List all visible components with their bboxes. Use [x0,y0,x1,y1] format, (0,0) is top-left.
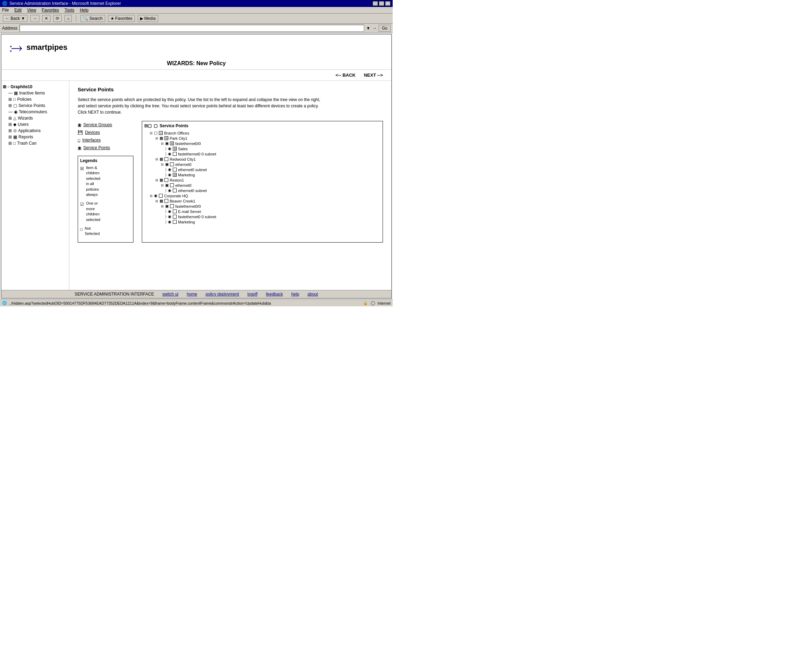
dropdown-icon[interactable]: ▼ [366,26,371,31]
sidebar-item-inactive[interactable]: — ▩ Inactive Items [3,90,67,96]
corp-chk[interactable] [159,194,163,197]
tree-marketing-rc[interactable]: 〉 ◉ ☒ Marketing [144,172,380,177]
go-arrow-icon[interactable]: → [372,26,377,31]
eth0-sub-reston-chk[interactable] [173,189,177,193]
tree-fast-eth-bc[interactable]: ⊟ ▣ fastethernet0/0 [144,204,380,209]
search-button[interactable]: 🔍 Search [80,15,105,22]
pc-expand-icon[interactable]: ⊟ [155,136,158,140]
sidebar-root[interactable]: ⊞ ▫ Graphite10 [3,84,67,90]
menu-edit[interactable]: Edit [14,8,22,13]
eth0-sub-chk[interactable] [173,168,177,171]
status-policy-deployment[interactable]: policy deployment [206,292,239,297]
tree-corporate-hq[interactable]: ⊟ ◉ Corporate HQ [144,193,380,198]
menu-file[interactable]: File [2,8,9,13]
address-input[interactable] [20,25,364,32]
tree-park-city1[interactable]: ⊟ ▩ ☒ Park City1 [144,136,380,141]
maximize-button[interactable]: □ [379,1,384,6]
menu-favorites[interactable]: Favorites [42,8,59,13]
tree-reston1[interactable]: ⊟ ▩ Reston1 [144,177,380,183]
browser-icon: 🌐 [2,1,7,6]
browser-status-icon: 🌐 [2,301,7,305]
minimize-button[interactable]: ─ [372,1,378,6]
next-nav-button[interactable]: NEXT --> [364,72,383,78]
status-home[interactable]: home [187,292,197,297]
bc-expand[interactable]: ⊟ [155,199,158,203]
tree-email-server[interactable]: 〉 ◉ E-mail Server [144,209,380,214]
media-button[interactable]: ▶ Media [138,15,158,22]
tree-branch-offices[interactable]: ⊟ ▢ ☑ Branch Offices [144,130,380,136]
bc-chk[interactable] [164,199,168,203]
browser-status-url: ../hidden.asp?selectedHubOID=50014775DF5… [9,301,271,305]
status-feedback[interactable]: feedback [266,292,283,297]
rep-icon: ▩ [13,135,17,139]
sidebar-item-reports[interactable]: ⊞ ▩ Reports [3,134,67,140]
menu-view[interactable]: View [27,8,36,13]
nav-service-points[interactable]: ◉ Service Points [78,144,133,152]
rc-checkbox[interactable] [164,157,168,161]
rc-expand[interactable]: ⊟ [155,158,158,161]
tree-sales[interactable]: 〉 ◉ ☒ Sales [144,146,380,151]
fe-bc-expand[interactable]: ⊟ [161,205,164,208]
sales-checkbox[interactable]: ☒ [173,147,177,150]
sidebar: ⊞ ▫ Graphite10 — ▩ Inactive Items ⊞ □ Po… [2,81,69,290]
tree-fast-eth-pc[interactable]: ⊟ ▣ ☒ fastethernet0/0 [144,141,380,146]
back-nav-button[interactable]: <-- BACK [336,72,355,78]
fe-sub-bc-chk[interactable] [173,215,177,219]
fe-pc-checkbox[interactable]: ☒ [170,141,174,145]
status-switch-ui[interactable]: switch ui [163,292,178,297]
fe-subnet-pc-chk[interactable] [173,152,177,156]
back-button[interactable]: ← Back ▼ [3,15,28,22]
fe-bc-chk[interactable] [170,204,174,208]
tree-fe-subnet-bc[interactable]: 〉 ◉ fastethernet0 0 subnet [144,214,380,219]
home-button[interactable]: ⌂ [64,15,72,22]
nav-service-groups[interactable]: ◉ Service Groups [78,121,133,128]
sidebar-item-users[interactable]: ⊞ ◆ Users [3,121,67,128]
pc-checkbox[interactable]: ☒ [164,136,168,140]
tree-eth0-reston[interactable]: ⊟ ▣ ethernet0 [144,183,380,188]
status-logoff[interactable]: logoff [247,292,258,297]
stop-button[interactable]: ✕ [42,15,50,22]
eth0-reston-expand[interactable]: ⊟ [161,184,164,187]
sidebar-item-telecommuters[interactable]: — ◉ Telecommuters [3,109,67,115]
tree-fe-subnet-pc[interactable]: 〉 ◉ fastethernet0 0 subnet [144,151,380,157]
mkt-rc-chk[interactable]: ☒ [173,173,177,177]
sidebar-item-trash[interactable]: ⊞ □ Trash Can [3,140,67,146]
fe-pc-expand[interactable]: ⊟ [161,142,164,145]
go-button[interactable]: Go [379,25,391,32]
refresh-button[interactable]: ⟳ [53,15,62,22]
status-about[interactable]: about [308,292,318,297]
bo-checkbox[interactable]: ☑ [159,131,163,135]
tree-redwood-city1[interactable]: ⊟ ▩ Redwood City1 [144,157,380,162]
favorites-button[interactable]: ★ Favorites [108,15,135,22]
mkt-rc-label: Marketing [178,173,195,177]
eth0-rc-expand[interactable]: ⊟ [161,163,164,166]
corp-expand[interactable]: ⊟ [150,194,153,197]
tree-panel[interactable]: ⊟▢ ▢ Service Points ⊟ ▢ ☑ Branch Offices [142,121,383,243]
eth0-sub-reston-label: ethernet0 subnet [178,189,207,193]
nav-interfaces[interactable]: □ Interfaces [78,136,133,144]
reston-expand[interactable]: ⊟ [155,179,158,182]
tree-eth0-subnet-rc[interactable]: 〉 ◉ ethernet0 subnet [144,167,380,172]
rc-server-icon: ▩ [160,157,163,161]
sidebar-item-applications[interactable]: ⊞ ⊙ Applications [3,128,67,134]
tree-eth0-rc[interactable]: ⊟ ▣ ethernet0 [144,162,380,167]
mkt-bc-chk[interactable] [173,220,177,224]
menu-help[interactable]: Help [80,8,89,13]
sidebar-item-service-points[interactable]: ⊞ ▢ Service Points [3,102,67,109]
tree-marketing-bc[interactable]: 〉 ◉ Marketing [144,219,380,224]
tree-beaver-creek1[interactable]: ⊟ ▩ Beaver Creek1 [144,198,380,204]
if-nav-icon: □ [78,138,80,143]
close-button[interactable]: ✕ [385,1,391,6]
forward-button[interactable]: → [30,15,39,22]
nav-devices[interactable]: 💾 Devices [78,128,133,136]
email-chk[interactable] [173,210,177,213]
tree-eth0-subnet-reston[interactable]: 〉 ◉ ethernet0 subnet [144,188,380,193]
sidebar-item-wizards[interactable]: ⊞ △ Wizards [3,115,67,121]
bo-expand-icon[interactable]: ⊟ [150,132,153,135]
eth0-reston-chk[interactable] [170,183,174,187]
menu-tools[interactable]: Tools [64,8,74,13]
sidebar-item-policies[interactable]: ⊞ □ Policies [3,96,67,102]
reston-chk[interactable] [164,178,168,182]
status-help[interactable]: help [291,292,299,297]
eth0-rc-chk[interactable] [170,163,174,166]
